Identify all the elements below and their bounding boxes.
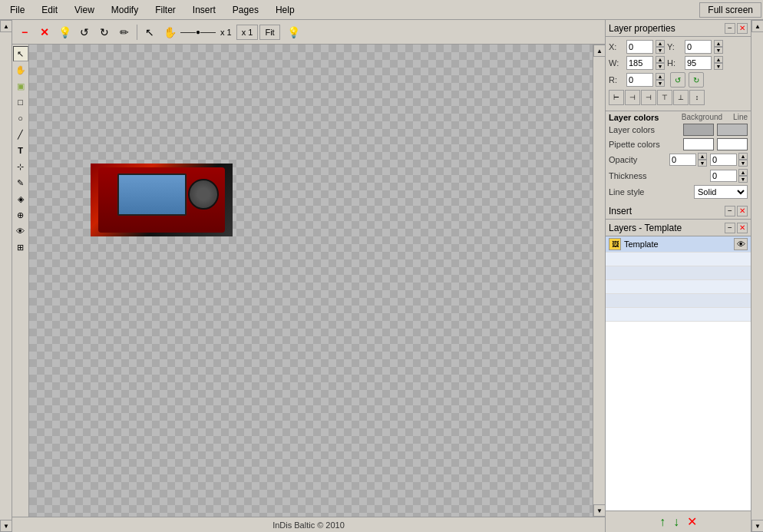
align-left-btn[interactable]: ⊢	[609, 90, 624, 105]
x-spin-down[interactable]: ▼	[656, 47, 665, 54]
zoom-label: x 1	[220, 28, 232, 37]
opacity-bg-up[interactable]: ▲	[698, 153, 707, 160]
thickness-down[interactable]: ▼	[738, 176, 748, 183]
layer-row-label: Template	[624, 240, 734, 249]
y-input[interactable]	[685, 40, 712, 54]
center-area: − ✕ 💡 ↺ ↻ ✏ ↖ ✋ ——●—— x 1 x 1 Fit 💡 ↖ ✋ …	[12, 20, 605, 532]
toolbar-separator	[137, 25, 137, 40]
y-spin-up[interactable]: ▲	[714, 40, 723, 47]
panel-close-btn[interactable]: ✕	[737, 23, 748, 34]
bucket-tool[interactable]: ◈	[13, 191, 28, 207]
insert-minimize-btn[interactable]: −	[725, 206, 735, 216]
canvas-scroll-up[interactable]: ▲	[593, 45, 605, 57]
x-spin-up[interactable]: ▲	[656, 40, 665, 47]
canvas-scroll-down[interactable]: ▼	[593, 504, 605, 517]
align-center-h-btn[interactable]: ⊣	[625, 90, 640, 105]
fit-button[interactable]: Fit	[259, 25, 279, 40]
lightbulb-icon: 💡	[55, 23, 74, 41]
layer-move-down-btn[interactable]: ↓	[673, 514, 679, 529]
y-spinner: ▲ ▼	[714, 40, 723, 54]
menu-view[interactable]: View	[66, 2, 103, 18]
align-right-btn[interactable]: ⊣	[641, 90, 656, 105]
eye-tool[interactable]: 👁	[13, 223, 28, 239]
r-input[interactable]	[626, 73, 653, 87]
zoom-x1-button[interactable]: x 1	[236, 25, 259, 40]
r-rotate-left[interactable]: ↺	[670, 72, 685, 88]
pipette-line-swatch[interactable]	[717, 138, 748, 150]
opacity-bg-input[interactable]	[669, 154, 696, 166]
r-rotate-right[interactable]: ↻	[689, 72, 704, 88]
line-tool[interactable]: ╱	[13, 127, 28, 142]
r-spin-up[interactable]: ▲	[656, 73, 665, 80]
layers-close-btn[interactable]: ✕	[737, 223, 748, 233]
opacity-line-up[interactable]: ▲	[738, 153, 748, 160]
redo-button[interactable]: ↻	[95, 23, 114, 41]
align-buttons: ⊢ ⊣ ⊣ ⊤ ⊥ ↕	[609, 90, 748, 105]
h-spin-up[interactable]: ▲	[714, 56, 723, 63]
scroll-up-btn[interactable]: ▲	[0, 20, 12, 32]
menu-edit[interactable]: Edit	[33, 2, 66, 18]
y-spin-down[interactable]: ▼	[714, 47, 723, 54]
menu-modify[interactable]: Modify	[103, 2, 147, 18]
layer-colors-line-swatch[interactable]	[717, 124, 748, 136]
menu-help[interactable]: Help	[267, 2, 303, 18]
menu-insert[interactable]: Insert	[184, 2, 224, 18]
right-scroll-down[interactable]: ▼	[751, 520, 763, 532]
right-scroll-up[interactable]: ▲	[751, 20, 763, 32]
image-tool[interactable]: ▣	[13, 78, 28, 94]
align-bottom-btn[interactable]: ↕	[689, 90, 705, 105]
layer-colors-bg-swatch[interactable]	[683, 124, 714, 136]
x-input[interactable]	[626, 40, 653, 54]
layers-minimize-btn[interactable]: −	[725, 223, 735, 233]
scroll-down-btn[interactable]: ▼	[0, 520, 12, 532]
select-tool[interactable]: ↖	[13, 46, 28, 61]
canvas-image[interactable]	[91, 164, 233, 236]
opacity-line-input[interactable]	[710, 154, 737, 166]
close-button[interactable]: −	[15, 23, 34, 41]
canvas-area[interactable]	[29, 45, 593, 517]
menu-file[interactable]: File	[2, 2, 33, 18]
thickness-input[interactable]	[710, 170, 737, 182]
w-input[interactable]	[626, 56, 653, 70]
w-spin-up[interactable]: ▲	[656, 56, 665, 63]
layer-row-template[interactable]: 🖼 Template 👁	[606, 236, 751, 253]
zoom-tool-side[interactable]: ⊕	[13, 207, 28, 223]
left-scrollbar[interactable]: ▲ ▼	[0, 20, 12, 532]
pipette-bg-swatch[interactable]	[683, 138, 714, 150]
panel-minimize-btn[interactable]: −	[725, 23, 735, 34]
opacity-label: Opacity	[609, 155, 669, 164]
opacity-line-down[interactable]: ▼	[738, 160, 748, 167]
rect-tool[interactable]: □	[13, 94, 28, 110]
align-center-v-btn[interactable]: ⊥	[673, 90, 689, 105]
pointer-tool[interactable]: ↖	[140, 23, 159, 41]
ellipse-tool[interactable]: ○	[13, 111, 28, 126]
line-style-select[interactable]: Solid Dashed Dotted	[694, 185, 748, 199]
w-spin-down[interactable]: ▼	[656, 63, 665, 70]
h-spin-down[interactable]: ▼	[714, 63, 723, 70]
text-tool[interactable]: T	[13, 143, 28, 158]
h-input[interactable]	[685, 56, 712, 70]
canvas-vscrollbar[interactable]: ▲ ▼	[593, 45, 605, 517]
brush-button[interactable]: ✏	[115, 23, 134, 41]
right-scrollbar[interactable]: ▲ ▼	[751, 20, 763, 532]
r-spin-down[interactable]: ▼	[656, 80, 665, 87]
thickness-up[interactable]: ▲	[738, 169, 748, 176]
layer-delete-btn[interactable]: ✕	[687, 514, 697, 529]
close-x-button[interactable]: ✕	[35, 23, 54, 41]
menu-filter[interactable]: Filter	[147, 2, 184, 18]
insert-close-btn[interactable]: ✕	[737, 206, 748, 216]
layer-move-up-btn[interactable]: ↑	[659, 514, 666, 529]
layer-eye-btn[interactable]: 👁	[734, 238, 748, 250]
grid-tool[interactable]: ⊞	[13, 240, 28, 255]
hand-tool[interactable]: ✋	[160, 23, 179, 41]
pencil-tool[interactable]: ✎	[13, 175, 28, 190]
crosshair-tool[interactable]: ⊹	[13, 159, 28, 174]
undo-button[interactable]: ↺	[75, 23, 94, 41]
align-top-btn[interactable]: ⊤	[657, 90, 672, 105]
top-toolbar: − ✕ 💡 ↺ ↻ ✏ ↖ ✋ ——●—— x 1 x 1 Fit 💡	[12, 20, 605, 45]
hand-tool-side[interactable]: ✋	[13, 62, 28, 78]
opacity-bg-down[interactable]: ▼	[698, 160, 707, 167]
h-label: H:	[667, 58, 682, 68]
fullscreen-button[interactable]: Full screen	[699, 2, 761, 18]
menu-pages[interactable]: Pages	[224, 2, 267, 18]
